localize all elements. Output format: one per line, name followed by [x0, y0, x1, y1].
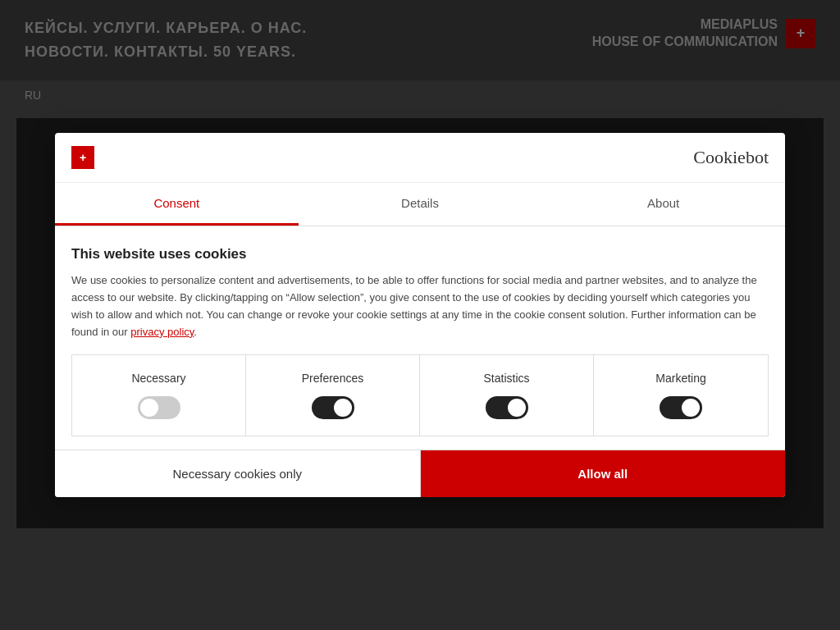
modal-title: This website uses cookies — [71, 246, 769, 262]
modal-logo-icon: + — [71, 146, 94, 169]
cookie-overlay: + Cookiebot Consent Details About This w… — [0, 0, 840, 630]
cookie-categories: Necessary Preferences Statisti — [71, 354, 769, 436]
necessary-cookies-only-button[interactable]: Necessary cookies only — [55, 450, 421, 497]
tab-details[interactable]: Details — [299, 183, 542, 226]
tab-about[interactable]: About — [541, 183, 785, 226]
privacy-policy-link[interactable]: privacy policy — [130, 326, 194, 338]
toggle-marketing[interactable] — [660, 396, 702, 419]
allow-all-button[interactable]: Allow all — [421, 450, 786, 497]
category-marketing: Marketing — [594, 355, 768, 436]
category-preferences: Preferences — [246, 355, 420, 436]
toggle-necessary[interactable] — [138, 396, 180, 419]
category-necessary: Necessary — [72, 355, 246, 436]
modal-body: This website uses cookies We use cookies… — [55, 226, 785, 449]
category-necessary-label: Necessary — [131, 372, 185, 385]
category-marketing-label: Marketing — [655, 372, 705, 385]
toggle-statistics[interactable] — [486, 396, 528, 419]
cookie-modal: + Cookiebot Consent Details About This w… — [55, 133, 785, 496]
modal-actions: Necessary cookies only Allow all — [55, 450, 785, 497]
category-statistics: Statistics — [420, 355, 594, 436]
modal-header: + Cookiebot — [55, 133, 785, 183]
modal-tabs: Consent Details About — [55, 183, 785, 226]
toggle-preferences[interactable] — [312, 396, 354, 419]
tab-consent[interactable]: Consent — [55, 183, 299, 226]
cookiebot-logo: Cookiebot — [693, 147, 769, 168]
modal-description: We use cookies to personalize content an… — [71, 272, 769, 340]
category-preferences-label: Preferences — [302, 372, 363, 385]
category-statistics-label: Statistics — [483, 372, 529, 385]
